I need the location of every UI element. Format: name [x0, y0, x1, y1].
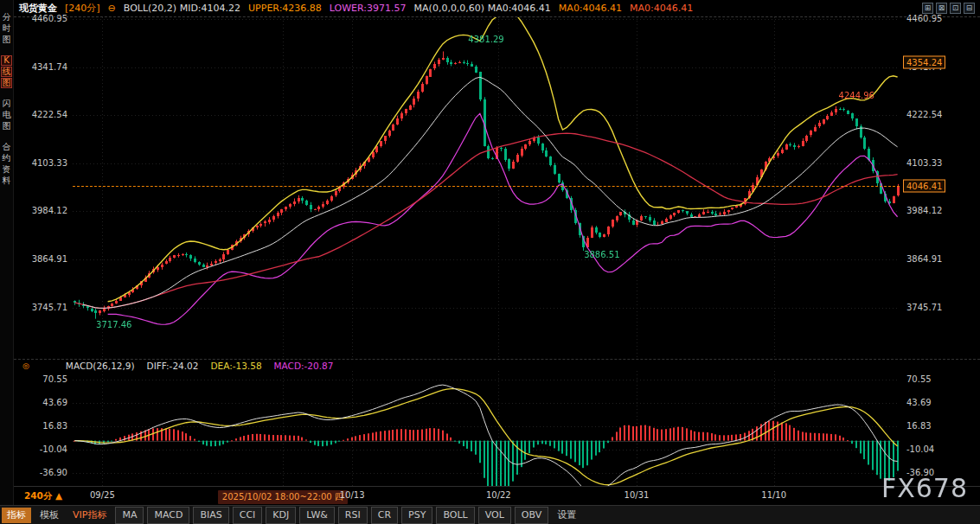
- top-info-bar: 现货黄金[240分]⊖BOLL(20,2) MID:4104.22UPPER:4…: [14, 0, 980, 17]
- toolbar-templates[interactable]: 模板: [35, 508, 64, 523]
- toolbar-cr[interactable]: CR: [371, 507, 398, 524]
- grid-layout-icon[interactable]: ⊞: [922, 3, 933, 14]
- sidebar-item-char: 约: [1, 153, 12, 163]
- macd-panel: 70.5543.6916.83-10.04-36.90 70.5543.6916…: [14, 371, 980, 486]
- toolbar-vip-indicators[interactable]: VIP指标: [67, 508, 112, 523]
- window-controls: ⊞⊠⊡⊟: [922, 3, 975, 14]
- sidebar-item-char: 时: [1, 23, 12, 34]
- sidebar-item-char: 图: [1, 35, 12, 45]
- boll-mid-label: BOLL(20,2) MID:4104.22: [124, 1, 240, 16]
- price-badge: 4354.24: [903, 56, 945, 69]
- tab-candle-chart[interactable]: K线图: [1, 55, 12, 88]
- axis-tick-label: 4222.54: [32, 110, 67, 120]
- axis-tick-label: 3745.71: [906, 303, 942, 313]
- axis-tick-label: -10.04: [40, 444, 67, 455]
- axis-tick-label: 4103.33: [32, 158, 67, 169]
- toolbar-obv[interactable]: OBV: [515, 507, 548, 524]
- toolbar-lwr[interactable]: LW&: [299, 507, 335, 524]
- chart-main-area: 现货黄金[240分]⊖BOLL(20,2) MID:4104.22UPPER:4…: [14, 0, 980, 505]
- ma0-label-3: MA0:4046.41: [630, 1, 693, 16]
- selected-candle-time: 2025/10/02 18:00~22:00 四: [218, 490, 348, 504]
- trading-chart-app: 分时图K线图闪电图合约资料 现货黄金[240分]⊖BOLL(20,2) MID:…: [0, 0, 980, 524]
- axis-tick-label: -10.04: [906, 444, 934, 455]
- price-annotation: 3886.51: [584, 250, 619, 259]
- panel-toggle-icon[interactable]: ◎: [22, 361, 29, 370]
- time-axis-label: 10/22: [486, 490, 511, 500]
- axis-tick-label: 4222.54: [906, 110, 942, 120]
- macd-labels: MACD(26,12,9)DIFF:-24.02DEA:-13.58MACD:-…: [66, 361, 334, 371]
- boll-lower-label: LOWER:3971.57: [330, 1, 407, 16]
- single-window-icon[interactable]: ⊡: [950, 3, 961, 14]
- fx678-watermark: FX678: [881, 473, 968, 503]
- macd-dea-label: DEA:-13.58: [210, 361, 261, 371]
- macd-diff-label: DIFF:-24.02: [147, 361, 199, 371]
- tab-contract-info[interactable]: 合约资料: [1, 142, 12, 186]
- tab-line-chart[interactable]: 闪电图: [1, 99, 12, 131]
- axis-tick-label: -36.90: [40, 468, 67, 478]
- sidebar-item-char: 资: [1, 164, 12, 175]
- time-axis-label: 11/10: [761, 490, 786, 500]
- macd-canvas[interactable]: [73, 371, 900, 486]
- ma-params-label: MA(0,0,0,0,60) MA0:4046.41: [414, 1, 551, 16]
- axis-tick-label: 3984.12: [906, 206, 942, 216]
- axis-tick-label: 43.69: [42, 398, 67, 408]
- ma0-label-2: MA0:4046.41: [559, 1, 622, 16]
- axis-tick-label: 3864.91: [32, 254, 67, 265]
- toolbar-cci[interactable]: CCI: [233, 507, 263, 524]
- macd-params-label: MACD(26,12,9): [66, 361, 135, 371]
- time-axis-row: 240分 ▲ 09/252025/10/02 18:00~22:00 四10/1…: [14, 486, 980, 505]
- sidebar-item-char: 图: [1, 121, 12, 131]
- axis-tick-label: 70.55: [906, 374, 932, 385]
- tab-time-chart[interactable]: 分时图: [1, 12, 12, 45]
- time-axis-label: 10/13: [340, 490, 365, 500]
- toolbar-indicators[interactable]: 指标: [2, 508, 31, 523]
- toolbar-settings[interactable]: 设置: [552, 508, 581, 523]
- alert-icon[interactable]: ⊖: [108, 1, 116, 16]
- sidebar-item-char: K: [1, 55, 12, 66]
- last-price-line: [73, 186, 900, 187]
- toolbar-rsi[interactable]: RSI: [338, 507, 368, 524]
- axis-tick-label: 4103.33: [906, 158, 942, 169]
- axis-tick-label: 3745.71: [32, 303, 67, 313]
- axis-tick-label: 4341.74: [32, 62, 67, 73]
- axis-tick-label: 16.83: [42, 421, 67, 431]
- macd-label-row: ◎MACD(26,12,9)DIFF:-24.02DEA:-13.58MACD:…: [14, 359, 980, 371]
- toolbar-boll[interactable]: BOLL: [436, 507, 474, 524]
- macd-axis-left: 70.5543.6916.83-10.04-36.90: [14, 371, 73, 486]
- toolbar-bias[interactable]: BIAS: [193, 507, 228, 524]
- multi-window-icon[interactable]: ⊠: [936, 3, 947, 14]
- sidebar-item-char: 图: [1, 78, 12, 88]
- sidebar-item-char: 分: [1, 12, 12, 22]
- time-axis-label: 10/31: [625, 490, 650, 500]
- price-badge: 4046.41: [903, 180, 945, 193]
- axis-tick-label: 43.69: [906, 398, 932, 408]
- instrument-title: 现货黄金: [19, 1, 57, 16]
- toolbar-vol[interactable]: VOL: [478, 507, 511, 524]
- macd-value-label: MACD:-20.87: [274, 361, 334, 371]
- price-axis-right: 4460.954341.744222.544103.333984.123864.…: [900, 17, 980, 359]
- macd-plot: [73, 371, 900, 486]
- toolbar-macd[interactable]: MACD: [147, 507, 189, 524]
- sidebar-item-char: 料: [1, 176, 12, 186]
- sidebar-item-char: 闪: [1, 99, 12, 109]
- toolbar-kdj[interactable]: KDJ: [266, 507, 296, 524]
- price-plot: 4381.293717.463886.514244.96: [73, 17, 900, 359]
- macd-axis-right: 70.5543.6916.83-10.04-36.90: [900, 371, 980, 486]
- interval-selector[interactable]: 240分 ▲: [24, 490, 62, 502]
- toolbar-psy[interactable]: PSY: [401, 507, 432, 524]
- axis-tick-label: 3984.12: [32, 206, 67, 216]
- price-annotation: 4381.29: [468, 35, 503, 44]
- left-sidebar: 分时图K线图闪电图合约资料: [0, 0, 14, 505]
- interval-label: [240分]: [65, 1, 100, 16]
- sidebar-item-char: 线: [1, 67, 12, 77]
- sidebar-item-char: 合: [1, 142, 12, 152]
- price-chart-canvas[interactable]: [73, 17, 900, 359]
- axis-tick-label: 70.55: [42, 374, 67, 385]
- boll-upper-label: UPPER:4236.88: [248, 1, 322, 16]
- price-chart-panel: 4460.954341.744222.544103.333984.123864.…: [14, 17, 980, 359]
- toolbar-ma[interactable]: MA: [115, 507, 144, 524]
- bottom-toolbar: 指标模板VIP指标MAMACDBIASCCIKDJLW&RSICRPSYBOLL…: [0, 505, 980, 524]
- sidebar-item-char: 电: [1, 110, 12, 120]
- axis-tick-label: 3864.91: [906, 254, 942, 265]
- minimize-panel-icon[interactable]: ⊟: [964, 3, 975, 14]
